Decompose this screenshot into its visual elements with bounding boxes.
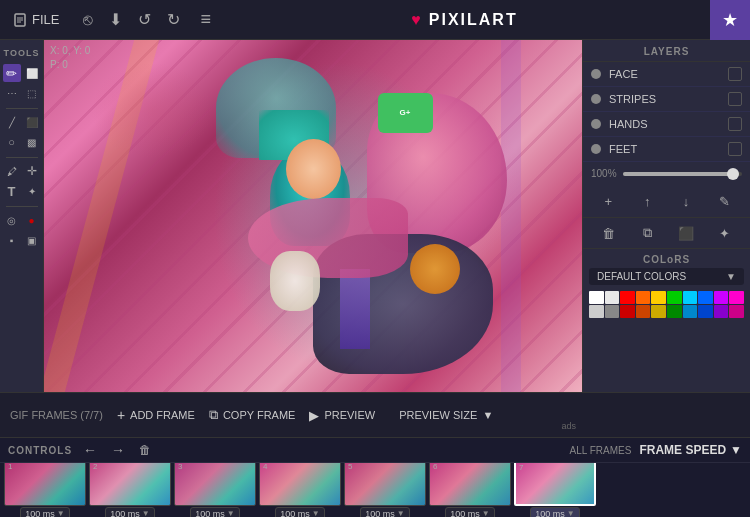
color-cell[interactable] xyxy=(667,291,682,304)
select-tool[interactable]: ⬚ xyxy=(23,84,41,102)
layer-name-stripes: STRIPES xyxy=(609,93,720,105)
canvas-area[interactable]: X: 0, Y: 0 P: 0 G+ xyxy=(44,40,582,392)
frame-time-button[interactable]: 100 ms▼ xyxy=(275,507,324,518)
color-cell[interactable] xyxy=(729,305,744,318)
download-icon[interactable]: ⬇ xyxy=(109,10,122,29)
color-cell[interactable] xyxy=(605,291,620,304)
copy-frame-label: COPY FRAME xyxy=(223,409,296,421)
prev-frame-button[interactable]: ← xyxy=(80,441,100,459)
smudge-tool[interactable]: ● xyxy=(23,211,41,229)
darken-tool[interactable]: ◎ xyxy=(3,211,21,229)
frame-speed-dropdown[interactable]: FRAME SPEED ▼ xyxy=(639,443,742,457)
controls-right: ALL FRAMES FRAME SPEED ▼ xyxy=(570,443,742,457)
frame-time-button[interactable]: 100 ms▼ xyxy=(530,507,579,518)
color-cell[interactable] xyxy=(589,291,604,304)
frame-item[interactable]: 3100 ms▼ xyxy=(174,463,256,517)
color-cell[interactable] xyxy=(651,291,666,304)
frame-time-row: 100 ms▼ xyxy=(530,507,579,518)
color-cell[interactable] xyxy=(667,305,682,318)
star-button[interactable]: ★ xyxy=(710,0,750,40)
redo-icon[interactable]: ↻ xyxy=(167,10,180,29)
edit-layer-button[interactable]: ✎ xyxy=(714,190,736,212)
delete-frame-button[interactable]: 🗑 xyxy=(136,442,154,458)
frame-item[interactable]: 1100 ms▼ xyxy=(4,463,86,517)
frame-time-button[interactable]: 100 ms▼ xyxy=(360,507,409,518)
checker-tool[interactable]: ▪ xyxy=(3,231,21,249)
color-cell[interactable] xyxy=(714,305,729,318)
canvas-background[interactable]: G+ xyxy=(44,40,582,392)
layer-face[interactable]: FACE xyxy=(583,62,750,87)
preview-button[interactable]: ▶ PREVIEW xyxy=(309,408,375,423)
frame-thumbnail: 4 xyxy=(259,463,341,506)
char-orange-circle xyxy=(410,244,460,294)
layer-dot-stripes xyxy=(591,94,601,104)
color-cell[interactable] xyxy=(605,305,620,318)
eraser-tool[interactable]: ⬜ xyxy=(23,64,41,82)
layer-visibility-face[interactable] xyxy=(728,67,742,81)
add-layer-button[interactable]: + xyxy=(597,190,619,212)
layer-visibility-hands[interactable] xyxy=(728,117,742,131)
frame-time-button[interactable]: 100 ms▼ xyxy=(105,507,154,518)
color-cell[interactable] xyxy=(589,305,604,318)
move-tool[interactable]: ✛ xyxy=(23,162,41,180)
frame-item[interactable]: 4100 ms▼ xyxy=(259,463,341,517)
color-cell[interactable] xyxy=(651,305,666,318)
frame-item[interactable]: 6100 ms▼ xyxy=(429,463,511,517)
color-cell[interactable] xyxy=(698,305,713,318)
color-cell[interactable] xyxy=(729,291,744,304)
move-layer-down-button[interactable]: ↓ xyxy=(675,190,697,212)
frame-time-row: 100 ms▼ xyxy=(445,507,494,518)
color-cell[interactable] xyxy=(683,291,698,304)
color-cell[interactable] xyxy=(620,305,635,318)
left-toolbar: TOOLS ✏ ⬜ ⋯ ⬚ ╱ ⬛ ○ ▩ 🖍 ✛ T ✦ ◎ ● xyxy=(0,40,44,392)
eyedropper-tool[interactable]: 🖍 xyxy=(3,162,21,180)
color-cell[interactable] xyxy=(683,305,698,318)
move-layer-up-button[interactable]: ↑ xyxy=(636,190,658,212)
flatten-layer-button[interactable]: ✦ xyxy=(714,222,736,244)
color-cell[interactable] xyxy=(636,305,651,318)
text-tool[interactable]: T xyxy=(3,182,21,200)
opacity-slider[interactable] xyxy=(623,172,742,176)
dither-tool[interactable]: ▩ xyxy=(23,133,41,151)
file-menu[interactable]: FILE xyxy=(0,0,71,39)
frame-number: 7 xyxy=(519,463,523,472)
frame-item[interactable]: 2100 ms▼ xyxy=(89,463,171,517)
bucket-tool[interactable]: ⬛ xyxy=(23,113,41,131)
frame-time-button[interactable]: 100 ms▼ xyxy=(20,507,69,518)
frame-time-button[interactable]: 100 ms▼ xyxy=(190,507,239,518)
share-icon[interactable]: ⎋ xyxy=(83,11,93,29)
next-frame-button[interactable]: → xyxy=(108,441,128,459)
frame-number: 6 xyxy=(433,463,437,471)
pencil-tool[interactable]: ✏ xyxy=(3,64,21,82)
color-cell[interactable] xyxy=(698,291,713,304)
preview-size-button[interactable]: PREVIEW SIZE ▼ xyxy=(399,409,493,421)
layer-visibility-feet[interactable] xyxy=(728,142,742,156)
frame-time-arrow: ▼ xyxy=(567,509,575,517)
logo-text: PIXILART xyxy=(429,11,518,29)
color-cell[interactable] xyxy=(620,291,635,304)
layer-feet[interactable]: FEET xyxy=(583,137,750,162)
colors-dropdown-arrow: ▼ xyxy=(726,271,736,282)
undo-icon[interactable]: ↺ xyxy=(138,10,151,29)
colors-dropdown[interactable]: DEFAULT COLORS ▼ xyxy=(589,268,744,285)
circle-tool[interactable]: ○ xyxy=(3,133,21,151)
color-cell[interactable] xyxy=(714,291,729,304)
layer-stripes[interactable]: STRIPES xyxy=(583,87,750,112)
layer-visibility-stripes[interactable] xyxy=(728,92,742,106)
line-tool[interactable]: ╱ xyxy=(3,113,21,131)
frame-time-button[interactable]: 100 ms▼ xyxy=(445,507,494,518)
menu-icon[interactable]: ≡ xyxy=(192,9,219,30)
frame-item[interactable]: 5100 ms▼ xyxy=(344,463,426,517)
frame-thumbnail: 7 xyxy=(514,463,596,506)
copy-frame-button[interactable]: ⧉ COPY FRAME xyxy=(209,407,296,423)
merge-layer-button[interactable]: ⬛ xyxy=(675,222,697,244)
duplicate-layer-button[interactable]: ⧉ xyxy=(636,222,658,244)
add-frame-button[interactable]: + ADD FRAME xyxy=(117,407,195,423)
transform-tool[interactable]: ▣ xyxy=(23,231,41,249)
delete-layer-button[interactable]: 🗑 xyxy=(597,222,619,244)
frame-item[interactable]: 7100 ms▼ xyxy=(514,463,596,517)
color-cell[interactable] xyxy=(636,291,651,304)
star-tool[interactable]: ✦ xyxy=(23,182,41,200)
lasso-tool[interactable]: ⋯ xyxy=(3,84,21,102)
layer-hands[interactable]: HANDS xyxy=(583,112,750,137)
